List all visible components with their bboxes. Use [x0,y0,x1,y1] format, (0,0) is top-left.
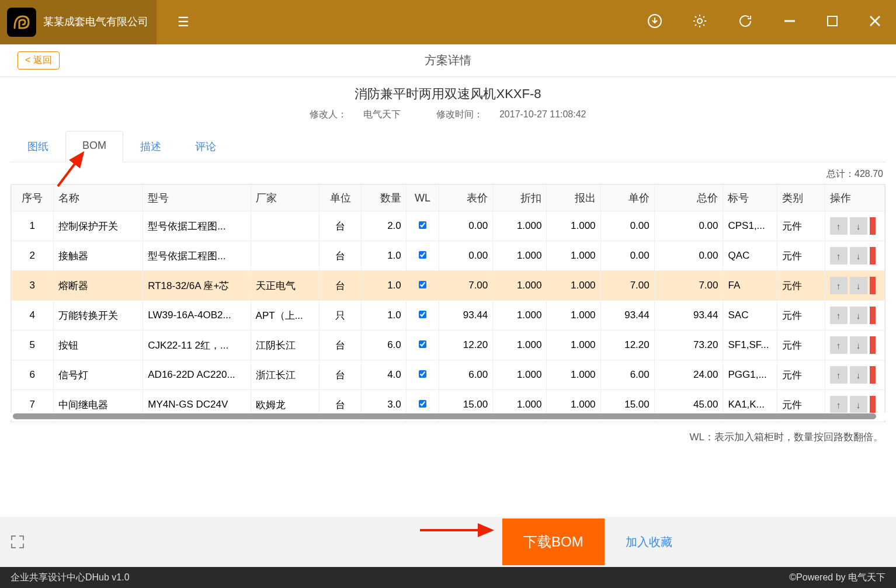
cell: 只 [319,301,362,330]
cell: 24.00 [654,360,723,390]
cell: 4.0 [362,360,407,390]
status-right: ©Powered by 电气天下 [789,572,885,584]
table-row[interactable]: 2接触器型号依据工程图...台1.00.001.0001.0000.000.00… [12,241,885,271]
horizontal-scrollbar[interactable] [11,413,885,420]
cell: 1.000 [493,330,547,360]
cell: 1.0 [362,301,407,330]
scheme-header: 消防兼平时两用双速风机XKXF-8 修改人：电气天下 修改时间：2017-10-… [0,77,896,127]
menu-toggle-icon[interactable]: ☰ [178,15,189,30]
cell: 天正电气 [251,420,319,423]
expand-icon[interactable] [0,534,35,550]
refresh-icon[interactable] [737,13,753,32]
table-row[interactable]: 4万能转换开关LW39-16A-4OB2...APT（上...只1.093.44… [12,301,885,330]
back-button[interactable]: < 返回 [18,51,60,69]
cell: 93.44 [600,301,654,330]
cell [251,241,319,271]
download-bom-button[interactable]: 下载BOM [502,519,605,565]
move-up-button[interactable]: ↑ [830,277,848,294]
cell: 浙江长江 [251,360,319,390]
delete-button[interactable] [870,217,876,235]
table-row[interactable]: 1控制保护开关型号依据工程图...台2.00.001.0001.0000.000… [12,211,885,241]
delete-button[interactable] [870,336,876,354]
company-name: 某某成套电气有限公司 [43,15,148,29]
delete-button[interactable] [870,307,876,324]
modifier-value: 电气天下 [363,109,401,119]
cell: 台 [319,360,362,390]
tabs: 图纸BOM描述评论 [11,130,885,162]
cell: 6.0 [362,330,407,360]
scheme-meta: 修改人：电气天下 修改时间：2017-10-27 11:08:42 [0,109,896,121]
tab-1[interactable]: BOM [65,131,123,162]
cell: CJK22-11 2红，... [143,330,251,360]
move-down-button[interactable]: ↓ [850,366,867,384]
delete-button[interactable] [870,247,876,265]
maximize-icon[interactable] [826,15,839,30]
wl-checkbox[interactable] [419,281,426,288]
move-up-button[interactable]: ↑ [830,307,848,324]
move-down-button[interactable]: ↓ [850,336,867,354]
wl-checkbox[interactable] [419,340,426,348]
wl-checkbox[interactable] [419,221,426,229]
col-5: 数量 [362,185,407,211]
cell: 中间继电器 [53,420,143,423]
svg-rect-3 [828,16,837,26]
cell: 0.00 [439,211,493,241]
bom-table-wrap: 序号名称型号厂家单位数量WL表价折扣报出单价总价标号类别操作 1控制保护开关型号… [11,184,885,422]
cell: 1.000 [547,301,600,330]
download-circle-icon[interactable] [647,13,662,31]
cell: 1.000 [493,241,547,271]
add-favorite-link[interactable]: 加入收藏 [626,534,672,550]
table-row[interactable]: 3熔断器RT18-32/6A 座+芯天正电气台1.07.001.0001.000… [12,271,885,301]
move-down-button[interactable]: ↓ [850,217,867,235]
col-6: WL [406,185,439,211]
col-10: 单价 [600,185,654,211]
delete-button[interactable] [870,277,876,294]
wl-checkbox[interactable] [419,370,426,378]
cell: 3.0 [362,420,407,423]
cell: FA [723,271,777,301]
delete-button[interactable] [870,366,876,384]
scrollbar-thumb[interactable] [13,413,876,419]
tab-0[interactable]: 图纸 [11,131,65,162]
cell: KA2,K... [723,420,777,423]
move-down-button[interactable]: ↓ [850,277,867,294]
tab-2[interactable]: 描述 [123,131,178,162]
cell: 元件 [777,420,825,423]
wl-checkbox[interactable] [419,311,426,318]
cell: 台 [319,330,362,360]
cell: 7.00 [654,271,723,301]
cell: 0.00 [654,211,723,241]
col-11: 总价 [654,185,723,211]
footer-bar: 下载BOM 加入收藏 [0,517,896,567]
minimize-icon[interactable] [783,14,797,30]
move-up-button[interactable]: ↑ [830,336,848,354]
col-4: 单位 [319,185,362,211]
move-up-button[interactable]: ↑ [830,247,848,265]
col-14: 操作 [825,185,884,211]
move-up-button[interactable]: ↑ [830,217,848,235]
cell: 1.0 [362,241,407,271]
modifier-label: 修改人： [310,109,347,119]
close-icon[interactable] [868,14,882,30]
table-row[interactable]: 5按钮CJK22-11 2红，...江阴长江台6.012.201.0001.00… [12,330,885,360]
move-down-button[interactable]: ↓ [850,247,867,265]
tab-3[interactable]: 评论 [178,131,233,162]
settings-gear-icon[interactable] [692,13,708,32]
cell: 1.000 [493,360,547,390]
cell: 1.000 [547,360,600,390]
table-row[interactable]: 8中间继电器JZC1-44 AC220V天正电气台3.055.901.0001.… [12,420,885,423]
delete-button[interactable] [870,396,876,413]
move-down-button[interactable]: ↓ [850,396,867,413]
col-1: 名称 [53,185,143,211]
move-up-button[interactable]: ↑ [830,396,848,413]
col-8: 折扣 [493,185,547,211]
wl-checkbox[interactable] [419,251,426,259]
cell: 1.000 [547,211,600,241]
wl-checkbox[interactable] [419,400,426,408]
total-value: 428.70 [855,169,883,179]
table-row[interactable]: 6信号灯AD16-22D AC220...浙江长江台4.06.001.0001.… [12,360,885,390]
cell: 55.90 [439,420,493,423]
move-up-button[interactable]: ↑ [830,366,848,384]
cell: 1.000 [493,271,547,301]
move-down-button[interactable]: ↓ [850,307,867,324]
